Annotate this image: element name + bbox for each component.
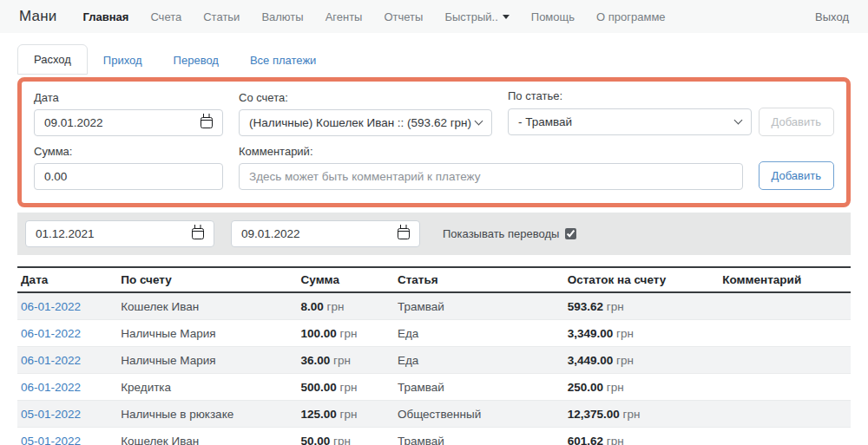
amount-number: 36.00 <box>301 354 331 367</box>
category-selected-value: - Трамвай <box>518 115 572 128</box>
payment-date-link[interactable]: 05-01-2022 <box>21 408 81 421</box>
table-header-row: ДатаПо счетуСуммаСтатьяОстаток на счетуК… <box>17 266 851 293</box>
category-label: По статье: <box>508 89 834 102</box>
logout-link[interactable]: Выход <box>815 10 849 23</box>
payment-date-link[interactable]: 06-01-2022 <box>21 381 81 394</box>
currency-unit: грн <box>620 408 641 421</box>
cell-category: Еда <box>394 347 564 373</box>
currency-unit: грн <box>324 300 345 313</box>
balance-number: 3,349.00 <box>568 327 614 340</box>
cell-date: 06-01-2022 <box>17 347 117 373</box>
payment-type-tabs: РасходПриходПереводВсе платежи <box>17 44 868 75</box>
cell-amount: 8.00 грн <box>298 293 394 319</box>
chevron-down-icon <box>733 116 742 125</box>
cell-account: Наличные Мария <box>117 347 297 373</box>
submit-payment-button[interactable]: Добавить <box>759 161 834 190</box>
payment-date-link[interactable]: 06-01-2022 <box>21 300 81 313</box>
cell-balance: 3,449.00 грн <box>564 347 720 373</box>
currency-unit: грн <box>337 408 358 421</box>
currency-unit: грн <box>603 300 624 313</box>
cell-comment <box>719 435 851 445</box>
amount-input[interactable]: 0.00 <box>34 163 223 190</box>
amount-number: 500.00 <box>301 381 337 394</box>
cell-amount: 100.00 грн <box>298 320 394 346</box>
nav-item-агенты[interactable]: Агенты <box>326 10 363 23</box>
currency-unit: грн <box>337 327 358 340</box>
cell-date: 06-01-2022 <box>17 293 117 319</box>
cell-date: 05-01-2022 <box>17 401 117 427</box>
account-select[interactable]: (Наличные) Кошелек Иван :: (593.62 грн) <box>239 109 492 136</box>
tab-все-платежи[interactable]: Все платежи <box>234 46 332 75</box>
balance-number: 601.62 <box>568 435 603 445</box>
payment-date-link[interactable]: 05-01-2022 <box>21 435 81 445</box>
filter-date-from-value: 01.12.2021 <box>36 227 95 240</box>
calendar-icon[interactable] <box>201 117 213 128</box>
amount-number: 50.00 <box>301 435 331 445</box>
show-transfers-label: Показывать переводы <box>443 227 559 240</box>
cell-date: 05-01-2022 <box>17 428 117 445</box>
nav-item-статьи[interactable]: Статьи <box>203 10 240 23</box>
cell-category: Трамвай <box>394 428 564 445</box>
cell-account: Наличные в рюкзаке <box>117 401 297 427</box>
nav-item-главная[interactable]: Главная <box>83 10 129 23</box>
table-row: 06-01-2022Наличные Мария36.00 грнЕда3,44… <box>17 347 851 374</box>
balance-number: 593.62 <box>568 300 603 313</box>
comment-input[interactable]: Здесь может быть комментарий к платежу <box>239 163 743 190</box>
amount-label: Сумма: <box>34 145 223 158</box>
amount-number: 125.00 <box>301 408 337 421</box>
cell-date: 06-01-2022 <box>17 374 117 400</box>
app-brand: Мани <box>19 8 57 25</box>
cell-category: Трамвай <box>394 293 564 319</box>
cell-account: Наличные Мария <box>117 320 297 346</box>
currency-unit: грн <box>330 354 351 367</box>
calendar-icon[interactable] <box>398 228 410 239</box>
category-select[interactable]: - Трамвай <box>508 108 752 135</box>
amount-number: 8.00 <box>301 300 324 313</box>
cell-amount: 500.00 грн <box>298 374 394 400</box>
column-header-5: Комментарий <box>719 268 851 291</box>
chevron-down-icon <box>475 117 483 126</box>
cell-account: Кошелек Иван <box>117 428 297 445</box>
nav-items: ГлавнаяСчетаСтатьиВалютыАгентыОтчетыБыст… <box>83 10 666 23</box>
currency-unit: грн <box>330 435 351 445</box>
calendar-icon[interactable] <box>192 228 204 239</box>
payment-date-value: 09.01.2022 <box>44 116 103 129</box>
cell-amount: 36.00 грн <box>298 347 394 373</box>
nav-item-валюты[interactable]: Валюты <box>261 10 303 23</box>
payment-date-input[interactable]: 09.01.2022 <box>34 109 223 136</box>
cell-category: Трамвай <box>394 374 564 400</box>
column-header-1: По счету <box>117 268 297 291</box>
column-header-3: Статья <box>394 268 564 291</box>
nav-item-быстрый-[interactable]: Быстрый.. <box>444 10 509 23</box>
cell-account: Кошелек Иван <box>117 293 297 319</box>
caret-down-icon <box>503 15 510 19</box>
cell-balance: 593.62 грн <box>564 293 720 319</box>
cell-balance: 3,349.00 грн <box>564 320 720 346</box>
filter-date-to-input[interactable]: 09.01.2022 <box>231 220 420 247</box>
tab-расход[interactable]: Расход <box>17 44 88 75</box>
nav-item-счета[interactable]: Счета <box>150 10 181 23</box>
currency-unit: грн <box>613 327 634 340</box>
comment-label: Комментарий: <box>239 145 743 158</box>
nav-item-отчеты[interactable]: Отчеты <box>384 10 423 23</box>
table-row: 05-01-2022Кошелек Иван50.00 грнТрамвай60… <box>17 428 851 445</box>
nav-item-помощь[interactable]: Помощь <box>531 10 575 23</box>
cell-comment <box>719 408 851 421</box>
column-header-2: Сумма <box>298 268 394 291</box>
tab-перевод[interactable]: Перевод <box>158 46 234 75</box>
filter-date-from-input[interactable]: 01.12.2021 <box>25 220 214 247</box>
payment-date-link[interactable]: 06-01-2022 <box>21 354 81 367</box>
show-transfers-checkbox[interactable] <box>565 228 576 239</box>
cell-balance: 601.62 грн <box>564 428 720 445</box>
payment-date-link[interactable]: 06-01-2022 <box>21 327 81 340</box>
filter-date-to-value: 09.01.2022 <box>241 227 300 240</box>
cell-balance: 12,375.00 грн <box>564 401 720 427</box>
currency-unit: грн <box>603 381 624 394</box>
nav-item-о-программе[interactable]: О программе <box>596 10 666 23</box>
add-category-button[interactable]: Добавить <box>759 108 834 136</box>
balance-number: 250.00 <box>568 381 603 394</box>
currency-unit: грн <box>613 354 634 367</box>
tab-приход[interactable]: Приход <box>88 46 158 75</box>
payments-table: ДатаПо счетуСуммаСтатьяОстаток на счетуК… <box>17 266 851 445</box>
top-navbar: Мани ГлавнаяСчетаСтатьиВалютыАгентыОтчет… <box>0 0 868 33</box>
